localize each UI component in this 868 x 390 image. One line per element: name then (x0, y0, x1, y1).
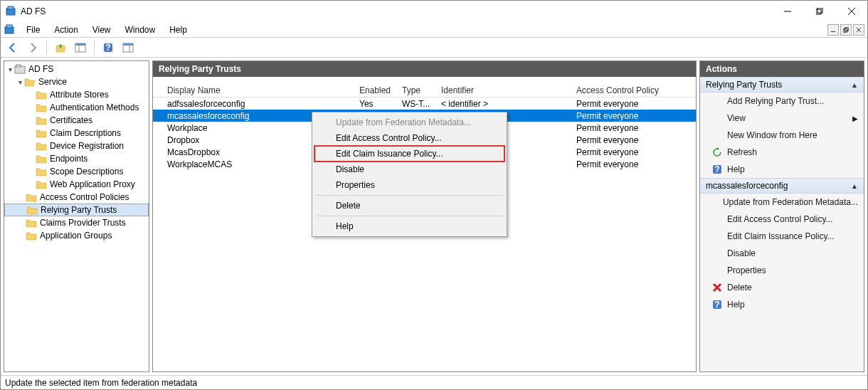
cell-id: < identifier > (441, 99, 576, 109)
action-label: Refresh (727, 147, 757, 157)
ctx-update[interactable]: Update from Federation Metadata... (314, 115, 504, 130)
close-child-button[interactable] (853, 24, 864, 36)
cell-type: WS-T... (402, 99, 441, 109)
menu-view[interactable]: View (85, 23, 118, 36)
ctx-delete[interactable]: Delete (314, 198, 504, 214)
tree-label: Web Application Proxy (50, 179, 135, 189)
tree-root[interactable]: ▾ AD FS (4, 63, 149, 75)
col-enabled[interactable]: Enabled (359, 85, 402, 95)
tree-label: Access Control Policies (40, 192, 129, 202)
blank-icon (711, 196, 719, 208)
forward-button[interactable] (25, 40, 41, 56)
folder-icon (36, 90, 47, 100)
action-help[interactable]: ?Help (700, 161, 864, 178)
action-group-header[interactable]: Relying Party Trusts ▲ (700, 77, 864, 93)
tree-ag[interactable]: Application Groups (4, 229, 149, 242)
restore-child-button[interactable] (840, 24, 852, 36)
action-label: Update from Federation Metadata... (723, 197, 858, 207)
menu-file[interactable]: File (19, 23, 47, 36)
ctx-disable[interactable]: Disable (314, 162, 504, 177)
tree-pane[interactable]: ▾ AD FS ▾ Service Attribute Stores Authe… (4, 60, 149, 372)
tree-item[interactable]: Attribute Stores (4, 88, 149, 101)
ctx-help[interactable]: Help (314, 218, 504, 234)
svg-rect-16 (75, 43, 85, 46)
tree-label: Attribute Stores (50, 90, 109, 100)
caret-icon[interactable]: ▾ (6, 65, 14, 73)
tree-item[interactable]: Web Application Proxy (4, 178, 149, 191)
action-label: New Window from Here (727, 130, 817, 140)
tree-acp[interactable]: Access Control Policies (4, 191, 149, 204)
action-new-window[interactable]: New Window from Here (700, 127, 864, 144)
ctx-properties[interactable]: Properties (314, 177, 504, 193)
action-group-title: mcassalesforceconfig (706, 181, 788, 191)
ctx-eacp[interactable]: Edit Access Control Policy... (314, 130, 504, 146)
action-label: Edit Claim Issuance Policy... (727, 231, 835, 241)
close-button[interactable] (835, 1, 867, 22)
tree-rpt[interactable]: Relying Party Trusts (4, 204, 149, 216)
svg-rect-8 (6, 25, 12, 28)
minimize-child-button[interactable] (827, 24, 839, 36)
cell-enabled: Yes (359, 99, 402, 109)
tree-label: AD FS (28, 64, 53, 74)
action-eacp[interactable]: Edit Access Control Policy... (700, 211, 864, 228)
action-disable[interactable]: Disable (700, 245, 864, 262)
svg-text:?: ? (714, 300, 719, 310)
menu-window[interactable]: Window (118, 23, 163, 36)
action-refresh[interactable]: Refresh (700, 144, 864, 161)
list-header[interactable]: Display Name Enabled Type Identifier Acc… (153, 83, 696, 98)
menu-action[interactable]: Action (47, 23, 85, 36)
action-add-rpt[interactable]: Add Relying Party Trust... (700, 93, 864, 110)
tree-service[interactable]: ▾ Service (4, 75, 149, 88)
menu-help[interactable]: Help (162, 23, 194, 36)
center-title: Relying Party Trusts (153, 61, 696, 77)
tree-item[interactable]: Device Registration (4, 139, 149, 152)
tree-label: Relying Party Trusts (41, 205, 117, 215)
list-body: adfssalesforceconfigYesWS-T...< identifi… (153, 98, 696, 371)
context-menu: Update from Federation Metadata... Edit … (312, 112, 507, 237)
action-group-title: Relying Party Trusts (706, 80, 782, 90)
tree-item[interactable]: Certificates (4, 114, 149, 127)
actions-title: Actions (700, 61, 864, 77)
mmc-icon (4, 24, 15, 36)
action-label: View (727, 113, 746, 123)
toolbar-separator (94, 41, 95, 55)
col-type[interactable]: Type (402, 85, 441, 95)
folder-icon (26, 192, 37, 202)
tree-item[interactable]: Claim Descriptions (4, 127, 149, 139)
cell-acp: Permit everyone (576, 123, 690, 133)
ctx-separator (316, 195, 503, 196)
tree-item[interactable]: Scope Descriptions (4, 165, 149, 178)
tree-label: Authentication Methods (50, 102, 139, 112)
back-button[interactable] (5, 40, 21, 56)
col-acp[interactable]: Access Control Policy (576, 85, 690, 95)
tree-item[interactable]: Authentication Methods (4, 101, 149, 114)
col-display-name[interactable]: Display Name (167, 85, 359, 95)
action-group-header[interactable]: mcassalesforceconfig ▲ (700, 178, 864, 194)
action-view[interactable]: View▶ (700, 110, 864, 127)
help-button[interactable]: ? (100, 40, 116, 56)
tree-item[interactable]: Endpoints (4, 152, 149, 165)
maximize-button[interactable] (803, 1, 835, 22)
blank-icon (711, 112, 723, 124)
tree-label: Application Groups (40, 231, 112, 241)
tree-label: Claim Descriptions (50, 128, 121, 138)
show-hide-action-pane-button[interactable] (120, 40, 136, 56)
action-help[interactable]: ?Help (700, 296, 864, 313)
minimize-button[interactable] (771, 1, 803, 22)
collapse-icon[interactable]: ▲ (851, 81, 858, 89)
tree-label: Device Registration (50, 141, 124, 151)
action-update-metadata[interactable]: Update from Federation Metadata... (700, 194, 864, 211)
up-button[interactable] (53, 40, 68, 56)
tree-cpt[interactable]: Claims Provider Trusts (4, 216, 149, 229)
collapse-icon[interactable]: ▲ (851, 182, 858, 190)
list-row[interactable]: adfssalesforceconfigYesWS-T...< identifi… (153, 98, 696, 110)
show-hide-console-button[interactable] (73, 40, 88, 56)
caret-icon[interactable]: ▾ (16, 78, 24, 86)
action-delete[interactable]: Delete (700, 279, 864, 296)
col-identifier[interactable]: Identifier (441, 85, 576, 95)
svg-rect-24 (16, 65, 21, 67)
action-label: Add Relying Party Trust... (727, 96, 824, 106)
ctx-ecip[interactable]: Edit Claim Issuance Policy... (314, 146, 504, 162)
action-properties[interactable]: Properties (700, 262, 864, 279)
action-ecip[interactable]: Edit Claim Issuance Policy... (700, 228, 864, 245)
